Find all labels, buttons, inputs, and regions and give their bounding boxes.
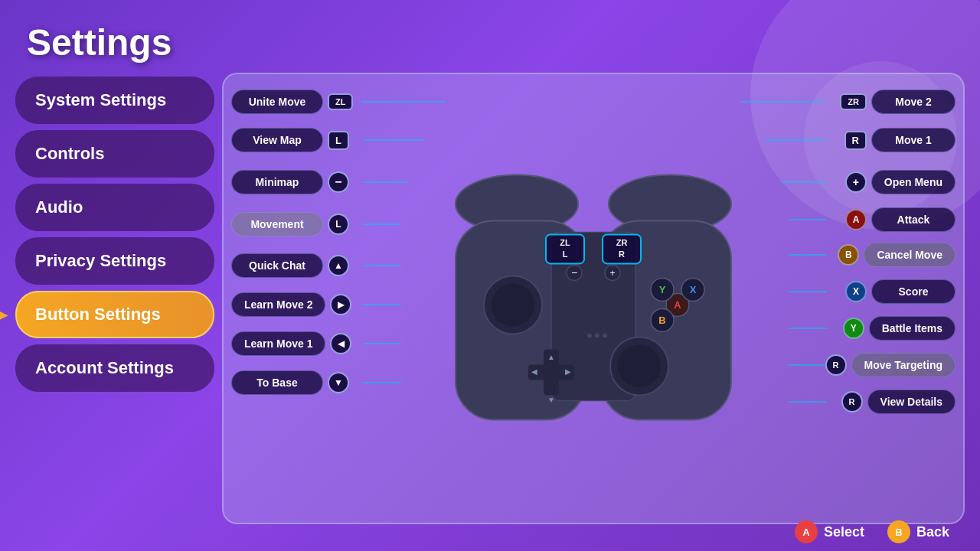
dpad-down-icon: ▼ bbox=[328, 372, 349, 393]
l-icon: L bbox=[328, 131, 349, 150]
sidebar-item-system-settings[interactable]: System Settings bbox=[15, 77, 214, 124]
move-2-label: Move 2 ZR bbox=[840, 90, 956, 114]
quick-chat-label: Quick Chat ▲ bbox=[231, 253, 349, 278]
learn-move-2-label: Learn Move 2 ▶ bbox=[231, 292, 351, 317]
movement-label: Movement L bbox=[231, 212, 349, 236]
svg-text:◀: ◀ bbox=[531, 367, 537, 376]
sidebar-item-privacy-settings[interactable]: Privacy Settings bbox=[15, 237, 214, 285]
svg-text:L: L bbox=[563, 249, 568, 259]
zl-icon: ZL bbox=[328, 93, 353, 110]
a-button-icon: A bbox=[845, 209, 867, 230]
svg-point-8 bbox=[618, 344, 661, 387]
attack-label: Attack A bbox=[845, 207, 956, 232]
sidebar: System Settings Controls Audio Privacy S… bbox=[15, 77, 214, 392]
svg-text:R: R bbox=[619, 249, 625, 259]
open-menu-label: Open Menu + bbox=[845, 170, 956, 194]
l-stick-icon: L bbox=[328, 214, 349, 235]
svg-point-6 bbox=[492, 283, 534, 326]
bottom-bar: A Select B Back bbox=[0, 513, 980, 551]
minimap-label: Minimap − bbox=[231, 170, 349, 194]
svg-point-28 bbox=[595, 333, 599, 337]
plus-icon: + bbox=[845, 171, 867, 193]
svg-text:ZR: ZR bbox=[616, 238, 628, 247]
move-targeting-label: Move Targeting R bbox=[825, 353, 956, 377]
select-action: A Select bbox=[795, 520, 864, 543]
svg-point-27 bbox=[587, 333, 592, 337]
minus-icon: − bbox=[328, 171, 349, 193]
page-title: Settings bbox=[27, 21, 172, 64]
svg-text:ZL: ZL bbox=[560, 238, 570, 247]
zr-icon: ZR bbox=[840, 93, 867, 110]
unite-move-label: Unite Move ZL bbox=[231, 90, 353, 114]
svg-text:−: − bbox=[571, 266, 577, 279]
a-select-icon: A bbox=[795, 520, 818, 543]
svg-point-29 bbox=[603, 333, 607, 337]
cancel-move-label: Cancel Move B bbox=[838, 243, 956, 267]
controller-diagram: ▲ ▼ ◀ ▶ A B Y X − + ZL L bbox=[433, 144, 754, 465]
sidebar-item-account-settings[interactable]: Account Settings bbox=[15, 344, 214, 392]
dpad-left-icon: ◀ bbox=[330, 333, 351, 354]
svg-text:X: X bbox=[690, 284, 697, 295]
dpad-up-icon: ▲ bbox=[328, 255, 349, 276]
svg-text:+: + bbox=[609, 268, 615, 279]
main-panel: ▲ ▼ ◀ ▶ A B Y X − + ZL L bbox=[222, 73, 965, 524]
svg-text:▶: ▶ bbox=[565, 367, 571, 376]
move-1-label: Move 1 R bbox=[844, 128, 956, 152]
dpad-right-icon: ▶ bbox=[330, 294, 351, 315]
svg-text:▼: ▼ bbox=[547, 396, 555, 404]
view-details-label: View Details R bbox=[841, 390, 956, 414]
sidebar-item-controls[interactable]: Controls bbox=[15, 130, 214, 178]
svg-text:Y: Y bbox=[659, 284, 666, 295]
view-map-label: View Map L bbox=[231, 128, 349, 152]
r-stick-icon: R bbox=[825, 354, 847, 376]
b-back-icon: B bbox=[887, 520, 910, 543]
svg-text:B: B bbox=[658, 315, 665, 326]
r-stick-icon2: R bbox=[841, 391, 863, 412]
b-button-icon: B bbox=[838, 244, 859, 266]
sidebar-item-audio[interactable]: Audio bbox=[15, 184, 214, 231]
svg-text:▲: ▲ bbox=[547, 353, 555, 361]
x-button-icon: X bbox=[845, 281, 867, 302]
controller-area: ▲ ▼ ◀ ▶ A B Y X − + ZL L bbox=[224, 74, 963, 523]
to-base-label: To Base ▼ bbox=[231, 370, 349, 395]
back-action: B Back bbox=[887, 520, 949, 543]
svg-text:A: A bbox=[674, 299, 681, 311]
y-button-icon: Y bbox=[843, 318, 864, 339]
learn-move-1-label: Learn Move 1 ◀ bbox=[231, 331, 351, 356]
sidebar-item-button-settings[interactable]: Button Settings bbox=[15, 291, 214, 338]
battle-items-label: Battle Items Y bbox=[843, 316, 956, 341]
r-icon: R bbox=[844, 131, 867, 150]
score-label: Score X bbox=[845, 279, 956, 304]
